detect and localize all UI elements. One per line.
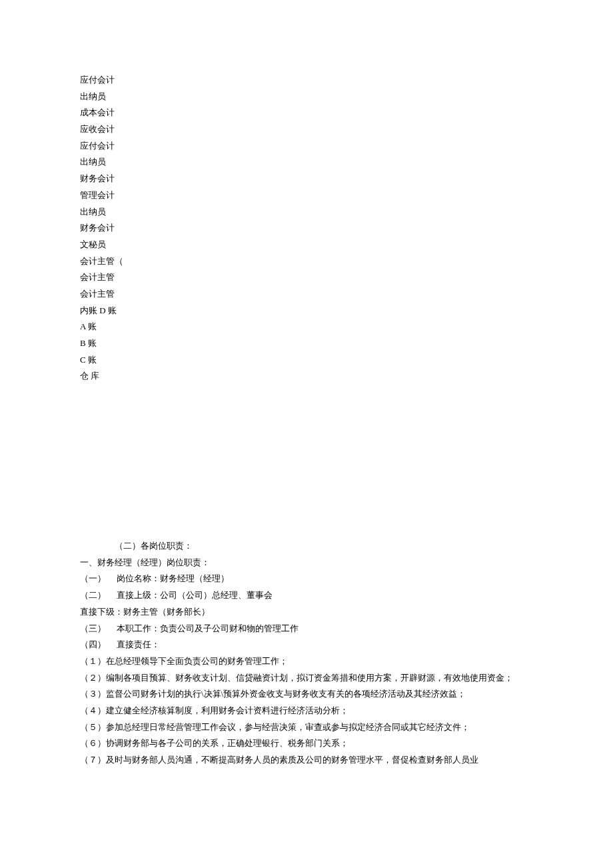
paragraph: （一） 岗位名称：财务经理（经理） [80, 571, 533, 587]
paragraph: （二） 直接上级：公司（公司）总经理、董事会 [80, 587, 533, 604]
list-item: 内账 D 账 [80, 303, 533, 319]
list-item: 出纳员 [80, 204, 533, 221]
paragraph: （４）建立健全经济核算制度，利用财务会计资料进行经济活动分析； [80, 703, 533, 719]
list-item: 应付会计 [80, 138, 533, 155]
paragraph: （３）监督公司财务计划的执行\决算\预算外资金收支与财务收支有关的各项经济活动及… [80, 686, 533, 703]
list-item: 应付会计 [80, 72, 533, 89]
document-page: 应付会计 出纳员 成本会计 应收会计 应付会计 出纳员 财务会计 管理会计 出纳… [0, 0, 613, 868]
list-item: 成本会计 [80, 105, 533, 121]
paragraph: 一、财务经理（经理）岗位职责： [80, 555, 533, 571]
list-item: C 账 [80, 352, 533, 369]
list-item: 仓 库 [80, 368, 533, 385]
list-item: 财务会计 [80, 220, 533, 237]
list-item: 财务会计 [80, 171, 533, 187]
paragraph: （１）在总经理领导下全面负责公司的财务管理工作； [80, 653, 533, 670]
list-item: 会计主管（ [80, 253, 533, 270]
list-item: 出纳员 [80, 89, 533, 105]
list-item: 文秘员 [80, 237, 533, 253]
paragraph: 直接下级：财务主管（财务部长） [80, 604, 533, 621]
paragraph: （５）参加总经理日常经营管理工作会议，参与经营决策，审查或参与拟定经济合同或其它… [80, 719, 533, 736]
spacer [80, 385, 533, 538]
paragraph: （２）编制各项目预算、财务收支计划、信贷融资计划，拟订资金筹措和使用方案，开辟财… [80, 670, 533, 687]
paragraph: （三） 本职工作：负责公司及子公司财和物的管理工作 [80, 621, 533, 637]
paragraph: （６）协调财务部与各子公司的关系，正确处理银行、税务部门关系； [80, 735, 533, 752]
list-item: 会计主管 [80, 269, 533, 286]
body-content: （二）各岗位职责： 一、财务经理（经理）岗位职责： （一） 岗位名称：财务经理（… [80, 538, 533, 769]
positions-list: 应付会计 出纳员 成本会计 应收会计 应付会计 出纳员 财务会计 管理会计 出纳… [80, 72, 533, 385]
paragraph: （７）及时与财务部人员沟通，不断提高财务人员的素质及公司的财务管理水平，督促检查… [80, 752, 533, 769]
list-item: 管理会计 [80, 187, 533, 204]
list-item: 出纳员 [80, 154, 533, 171]
section-heading: （二）各岗位职责： [80, 538, 533, 555]
list-item: 会计主管 [80, 286, 533, 303]
list-item: 应收会计 [80, 121, 533, 138]
paragraph: （四） 直接责任： [80, 637, 533, 653]
list-item: A 账 [80, 319, 533, 335]
list-item: B 账 [80, 335, 533, 352]
